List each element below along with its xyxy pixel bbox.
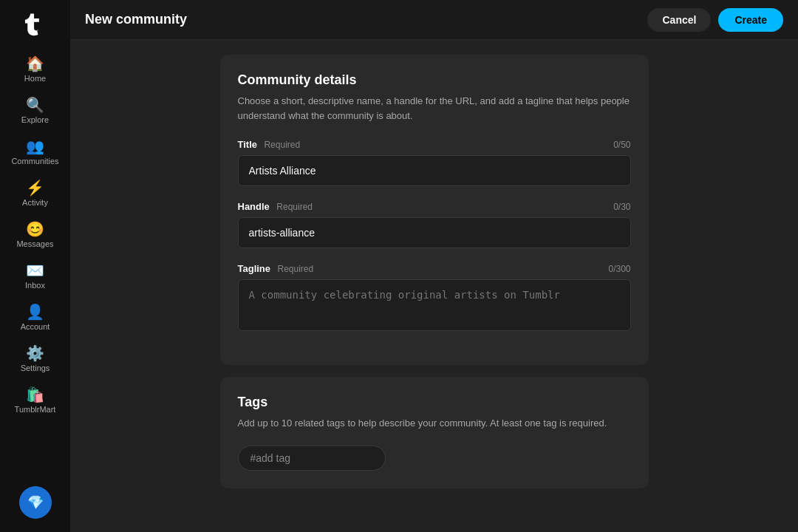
tagline-field-header: Tagline Required 0/300 — [238, 262, 631, 275]
sidebar-item-tumblrmart[interactable]: 🛍️ TumblrMart — [6, 381, 65, 420]
topbar: New community Cancel Create — [70, 0, 798, 40]
title-field-header: Title Required 0/50 — [238, 137, 631, 151]
explore-icon: 🔍 — [26, 98, 44, 112]
handle-label: Handle Required — [238, 200, 313, 213]
community-details-title: Community details — [238, 72, 631, 88]
sidebar-item-explore[interactable]: 🔍 Explore — [6, 92, 65, 130]
sidebar-item-activity[interactable]: ⚡ Activity — [6, 174, 65, 213]
content-area: Community details Choose a short, descri… — [70, 40, 798, 532]
title-label: Title Required — [238, 137, 301, 151]
tagline-counter: 0/300 — [608, 264, 630, 274]
tag-placeholder: #add tag — [250, 452, 291, 464]
page-title: New community — [85, 12, 647, 27]
activity-icon: ⚡ — [26, 180, 44, 195]
account-icon: 👤 — [26, 304, 44, 319]
handle-field-header: Handle Required 0/30 — [238, 200, 631, 213]
diamond-badge[interactable]: 💎 — [19, 486, 52, 519]
tumblrmart-icon: 🛍️ — [26, 387, 44, 402]
title-input[interactable] — [238, 155, 631, 186]
sidebar: 🏠 Home 🔍 Explore 👥 Communities ⚡ Activit… — [0, 0, 70, 532]
title-counter: 0/50 — [613, 140, 630, 150]
sidebar-item-account[interactable]: 👤 Account — [6, 299, 65, 337]
handle-counter: 0/30 — [613, 202, 630, 212]
settings-icon: ⚙️ — [26, 346, 44, 361]
community-details-card: Community details Choose a short, descri… — [220, 55, 649, 365]
handle-input[interactable] — [238, 217, 631, 248]
inbox-icon: ✉️ — [26, 263, 44, 278]
sidebar-item-messages[interactable]: 😊 Messages — [6, 216, 65, 254]
tagline-label: Tagline Required — [238, 262, 314, 275]
tumblr-logo[interactable] — [19, 7, 52, 40]
messages-icon: 😊 — [26, 222, 44, 236]
sidebar-item-settings[interactable]: ⚙️ Settings — [6, 340, 65, 378]
tag-input[interactable]: #add tag — [238, 446, 386, 471]
handle-field-group: Handle Required 0/30 — [238, 200, 631, 248]
sidebar-item-home[interactable]: 🏠 Home — [6, 50, 65, 89]
title-field-group: Title Required 0/50 — [238, 137, 631, 186]
tags-title: Tags — [238, 395, 631, 410]
communities-icon: 👥 — [26, 139, 44, 154]
sidebar-item-inbox[interactable]: ✉️ Inbox — [6, 257, 65, 296]
cancel-button[interactable]: Cancel — [647, 8, 711, 32]
community-details-description: Choose a short, descriptive name, a hand… — [238, 94, 631, 123]
main-area: New community Cancel Create Community de… — [70, 0, 798, 532]
tags-card: Tags Add up to 10 related tags to help d… — [220, 377, 649, 488]
tags-description: Add up to 10 related tags to help descri… — [238, 416, 631, 431]
tagline-input[interactable] — [238, 279, 631, 331]
sidebar-item-communities[interactable]: 👥 Communities — [6, 133, 65, 171]
create-button[interactable]: Create — [718, 8, 783, 32]
diamond-icon: 💎 — [27, 494, 44, 511]
tagline-field-group: Tagline Required 0/300 — [238, 262, 631, 334]
home-icon: 🏠 — [26, 56, 44, 71]
